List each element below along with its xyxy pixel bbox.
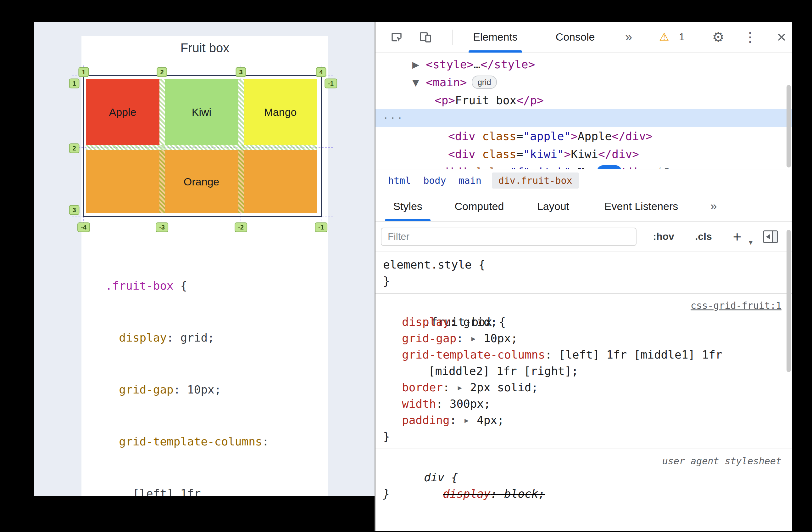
tab-elements[interactable]: Elements (468, 22, 522, 52)
tab-event-listeners[interactable]: Event Listeners (597, 192, 685, 220)
tree-row-style[interactable]: ▶ <style>…</style> (376, 55, 792, 73)
styles-pane: element.style { } .fruit-box { css-grid-… (376, 252, 792, 531)
more-tabs-icon[interactable]: » (618, 22, 640, 52)
grid-line-chip: -2 (235, 223, 247, 232)
grid-cell-mango: Mango (244, 79, 317, 145)
style-prop-display-overridden[interactable]: display: block; (376, 470, 792, 486)
grid-line-chip: -1 (324, 79, 337, 88)
page-code-block: .fruit-box { display: grid; grid-gap: 10… (105, 242, 296, 496)
grid-line-chip: 1 (69, 79, 79, 88)
grid-line-chip: 3 (235, 67, 246, 77)
grid-line-chip: 4 (316, 67, 326, 77)
element-style-close: } (376, 273, 792, 289)
devtools-panel: Elements Console » ⚠ 1 ⚙ ⋮ × ▶ <style>…<… (375, 22, 792, 531)
user-agent-rule-open[interactable]: div { user agent stylesheet (376, 453, 792, 470)
style-prop-grid-template-columns[interactable]: grid-template-columns: [left] 1fr [middl… (376, 347, 792, 363)
browser-viewport: Fruit box Apple Kiwi Mango Orange 1 2 3 … (34, 22, 375, 496)
fruit-box-rule-open[interactable]: .fruit-box { css-grid-fruit:1 (376, 297, 792, 314)
toolbar-divider (452, 30, 452, 45)
code-line: grid-template-columns: (105, 433, 296, 450)
styles-filter-input[interactable] (381, 228, 637, 246)
grid-line-chip: 2 (69, 143, 79, 153)
hov-button[interactable]: :hov (646, 222, 681, 252)
tab-styles[interactable]: Styles (385, 192, 431, 220)
orange-label: Orange (184, 176, 219, 188)
style-prop-border[interactable]: border: ▶ 2px solid; (376, 379, 792, 396)
styles-scrollbar-thumb[interactable] (786, 230, 791, 372)
active-styles-tab-underline (385, 219, 431, 221)
styles-tabbar: Styles Computed Layout Event Listeners » (376, 192, 792, 222)
cls-button[interactable]: .cls (686, 222, 721, 252)
warning-count[interactable]: 1 (675, 22, 689, 52)
grid-line-chip: 3 (69, 205, 79, 215)
style-prop-display[interactable]: display: grid; (376, 314, 792, 330)
grid-line-chip: 1 (78, 67, 89, 77)
tab-layout[interactable]: Layout (531, 192, 575, 220)
tree-row-apple[interactable]: <div class="apple">Apple</div> (376, 127, 792, 145)
grid-line-chip: -1 (315, 223, 328, 232)
toggle-device-toolbar-icon[interactable] (415, 22, 436, 52)
mango-label: Mango (264, 106, 297, 118)
code-line: [left] 1fr (105, 485, 296, 496)
fruit-box-rule-close: } (376, 429, 792, 445)
breadcrumb-body[interactable]: body (423, 175, 446, 186)
inspect-element-icon[interactable] (386, 22, 407, 52)
element-style-open[interactable]: element.style { (376, 256, 792, 273)
active-tab-underline (468, 51, 522, 53)
tree-row-main[interactable]: ▼ <main>grid (376, 73, 792, 91)
styles-filter-row: :hov .cls + ▾ (376, 222, 792, 252)
grid-cell-apple: Apple (86, 79, 159, 145)
tree-row-mango-clipped[interactable]: <div class="mango">Mango</div> (376, 163, 792, 169)
user-agent-rule-close: } (376, 486, 792, 502)
style-prop-padding[interactable]: padding: ▶ 4px; (376, 412, 792, 429)
tab-console[interactable]: Console (545, 22, 605, 52)
grid-gap-hatch (86, 145, 317, 150)
elements-tree: ▶ <style>…</style> ▼ <main>grid <p>Fruit… (376, 53, 792, 169)
tree-scrollbar-thumb[interactable] (786, 85, 791, 167)
overflow-dots-icon[interactable]: ··· (382, 109, 404, 127)
code-line: .fruit-box { (105, 277, 296, 294)
style-prop-grid-gap[interactable]: grid-gap: ▶ 10px; (376, 330, 792, 347)
kebab-menu-icon[interactable]: ⋮ (739, 22, 761, 52)
apple-label: Apple (109, 106, 136, 118)
code-line: display: grid; (105, 329, 296, 346)
more-styles-tabs-icon[interactable]: » (701, 192, 726, 220)
kiwi-label: Kiwi (192, 106, 211, 118)
stylesheet-source-link[interactable]: css-grid-fruit:1 (691, 297, 782, 314)
tab-computed[interactable]: Computed (449, 192, 509, 220)
tree-row-p[interactable]: <p>Fruit box</p> (376, 91, 792, 109)
rule-divider (376, 449, 792, 449)
settings-gear-icon[interactable]: ⚙ (707, 22, 729, 52)
warning-icon[interactable]: ⚠ (655, 22, 673, 52)
grid-line-chip: -3 (156, 223, 168, 232)
tree-row-kiwi[interactable]: <div class="kiwi">Kiwi</div> (376, 145, 792, 163)
page-title: Fruit box (82, 41, 328, 55)
grid-cell-orange: Orange (86, 150, 317, 213)
breadcrumb-html[interactable]: html (388, 175, 411, 186)
tree-row-fruit-box[interactable]: ··· ▼ <div class="fruit-box">grid == $0 (376, 109, 792, 127)
code-line: grid-gap: 10px; (105, 381, 296, 398)
devtools-toolbar: Elements Console » ⚠ 1 ⚙ ⋮ × (376, 22, 792, 53)
breadcrumb-main[interactable]: main (459, 175, 481, 186)
toggle-sidebar-icon[interactable] (763, 230, 778, 243)
user-agent-stylesheet-label: user agent stylesheet (662, 453, 782, 470)
grid-cell-kiwi: Kiwi (165, 79, 238, 145)
rule-divider (376, 293, 792, 294)
style-prop-grid-template-columns-wrap[interactable]: [middle2] 1fr [right]; (376, 363, 792, 379)
close-devtools-icon[interactable]: × (770, 22, 793, 52)
grid-line-chip: -4 (77, 223, 90, 232)
style-prop-width[interactable]: width: 300px; (376, 396, 792, 412)
grid-line-chip: 2 (157, 67, 167, 77)
breadcrumb-fruit-box[interactable]: div.fruit-box (492, 172, 579, 188)
breadcrumb: html body main div.fruit-box (376, 169, 792, 192)
